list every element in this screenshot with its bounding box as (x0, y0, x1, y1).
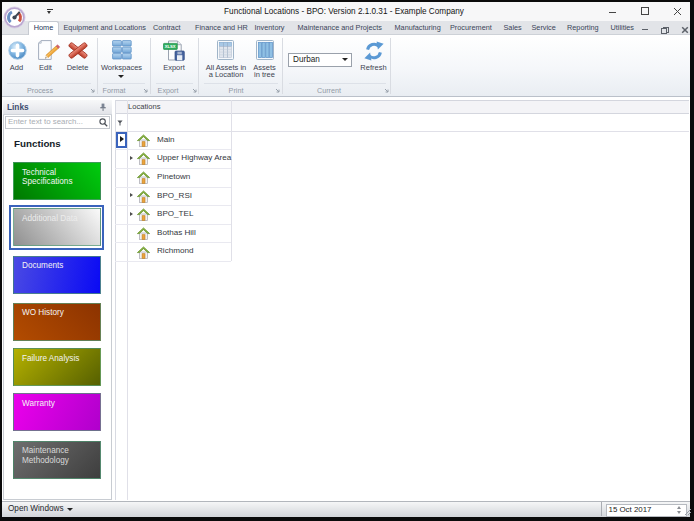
svg-text:XLSX: XLSX (164, 44, 175, 49)
